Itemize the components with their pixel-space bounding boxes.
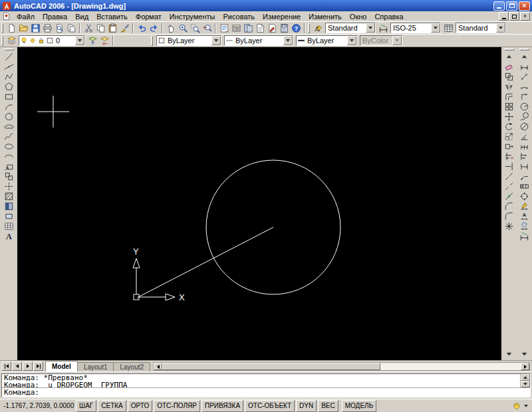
toggle-osnap[interactable]: ПРИВЯЗКА [201, 400, 243, 412]
plot-icon[interactable] [41, 23, 53, 34]
menu-item-tools[interactable]: Инструменты [166, 12, 219, 21]
chevron-down-icon[interactable] [75, 36, 84, 45]
stretch-icon[interactable] [503, 142, 515, 152]
dim-update-icon[interactable] [519, 221, 531, 231]
text-style-icon[interactable]: A [312, 23, 324, 34]
tab-model[interactable]: Model [45, 361, 78, 371]
ellipse-icon[interactable] [3, 142, 15, 152]
break-icon[interactable] [503, 181, 515, 191]
maximize-button[interactable] [506, 1, 517, 11]
quick-calc-icon[interactable] [278, 23, 290, 34]
dim-linear-icon[interactable] [519, 62, 531, 72]
paste-icon[interactable] [106, 23, 118, 34]
scroll-down-arrow-icon[interactable] [521, 381, 530, 387]
properties-icon[interactable] [218, 23, 230, 34]
toggle-polar[interactable]: ОТС-ПОЛЯР [154, 400, 200, 412]
chevron-down-icon[interactable] [283, 36, 293, 45]
menu-item-dimension[interactable]: Измерение [259, 12, 305, 21]
scroll-up-arrow-icon[interactable] [521, 374, 530, 381]
help-icon[interactable]: ? [290, 23, 302, 34]
tolerance-icon[interactable] [519, 181, 531, 191]
communication-center-icon[interactable] [513, 402, 521, 410]
arc-icon[interactable] [3, 102, 15, 112]
menu-item-help[interactable]: Справка [370, 12, 407, 21]
offset-icon[interactable] [503, 92, 515, 102]
chevron-down-icon[interactable] [431, 23, 440, 33]
dim-continue-icon[interactable] [519, 161, 531, 171]
dim-aligned-icon[interactable] [519, 72, 531, 82]
chevron-down-icon[interactable] [392, 36, 402, 45]
toggle-otrack[interactable]: ОТС-ОБЪЕКТ [245, 400, 295, 412]
scrollbar-track[interactable] [380, 363, 521, 370]
rotate-icon[interactable] [503, 122, 515, 132]
toolbar-grip[interactable] [1, 23, 3, 33]
dim-edit-icon[interactable] [519, 201, 531, 211]
copy-object-icon[interactable] [503, 72, 515, 82]
menu-item-window[interactable]: Окно [346, 12, 371, 21]
tab-prev-button[interactable] [12, 361, 22, 371]
menu-item-view[interactable]: Вид [71, 12, 92, 21]
menu-item-draw[interactable]: Рисовать [219, 12, 259, 21]
dim-diameter-icon[interactable] [519, 122, 531, 132]
markup-set-manager-icon[interactable] [266, 23, 278, 34]
layer-combo[interactable]: 0 [19, 35, 85, 46]
mdi-restore-button[interactable] [509, 12, 519, 21]
toolbar-grip[interactable] [504, 49, 514, 51]
design-center-icon[interactable] [230, 23, 242, 34]
drawing-viewport[interactable]: YX [17, 47, 501, 360]
scale-icon[interactable] [503, 132, 515, 142]
chevron-down-icon[interactable] [211, 36, 221, 45]
explode-icon[interactable] [503, 221, 515, 231]
save-icon[interactable] [29, 23, 41, 34]
join-icon[interactable] [503, 191, 515, 201]
layer-previous-icon[interactable] [98, 35, 110, 47]
layer-manager-icon[interactable] [5, 35, 17, 47]
toolbar-grip[interactable] [4, 49, 14, 51]
spline-icon[interactable] [3, 132, 15, 142]
lineweight-combo[interactable]: ByLayer [296, 35, 357, 46]
mdi-close-button[interactable]: × [520, 12, 530, 21]
center-mark-icon[interactable] [519, 191, 531, 201]
chevron-down-icon[interactable] [496, 23, 505, 33]
drawing-canvas[interactable]: YX [17, 47, 501, 360]
insert-block-icon[interactable] [3, 161, 15, 171]
multiline-text-icon[interactable]: A [3, 231, 15, 241]
open-file-icon[interactable] [17, 23, 29, 34]
plotstyle-combo[interactable]: ByColor [360, 35, 402, 46]
scrollbar-thumb[interactable] [162, 363, 380, 370]
make-object-layer-current-icon[interactable] [86, 35, 98, 47]
table-style-combo[interactable]: Standard [456, 23, 506, 33]
scroll-up-icon[interactable] [503, 52, 515, 62]
match-properties-icon[interactable] [118, 23, 130, 34]
tab-last-button[interactable] [33, 361, 43, 371]
break-at-point-icon[interactable] [503, 171, 515, 181]
scroll-up-icon[interactable] [519, 52, 531, 62]
close-button[interactable]: × [519, 1, 530, 11]
dim-arc-length-icon[interactable] [519, 82, 531, 92]
quick-leader-icon[interactable] [519, 171, 531, 181]
chamfer-icon[interactable] [503, 201, 515, 211]
dim-text-edit-icon[interactable]: A [519, 211, 531, 221]
mdi-minimize-button[interactable] [499, 12, 509, 21]
chevron-down-icon[interactable] [347, 36, 356, 45]
horizontal-scrollbar[interactable] [153, 362, 530, 371]
tab-layout2[interactable]: Layout2 [113, 362, 150, 371]
scroll-left-arrow-icon[interactable] [154, 363, 162, 370]
cut-icon[interactable] [82, 23, 94, 34]
toggle-lwt[interactable]: ВЕС [318, 400, 338, 412]
tab-first-button[interactable] [1, 361, 11, 371]
array-icon[interactable] [503, 102, 515, 112]
region-icon[interactable] [3, 211, 15, 221]
toolbar-grip[interactable] [151, 36, 153, 46]
quick-dimension-icon[interactable] [519, 142, 531, 152]
toggle-ortho[interactable]: ОРТО [128, 400, 152, 412]
dim-jogged-icon[interactable] [519, 112, 531, 122]
publish-icon[interactable] [65, 23, 77, 34]
revision-cloud-icon[interactable] [3, 122, 15, 132]
dim-baseline-icon[interactable] [519, 152, 531, 161]
dim-style-icon[interactable] [519, 231, 531, 241]
text-style-combo[interactable]: Standard [325, 23, 376, 33]
toggle-model[interactable]: МОДЕЛЬ [342, 400, 376, 412]
command-scrollbar[interactable] [520, 374, 530, 387]
menu-item-insert[interactable]: Вставить [92, 12, 132, 21]
